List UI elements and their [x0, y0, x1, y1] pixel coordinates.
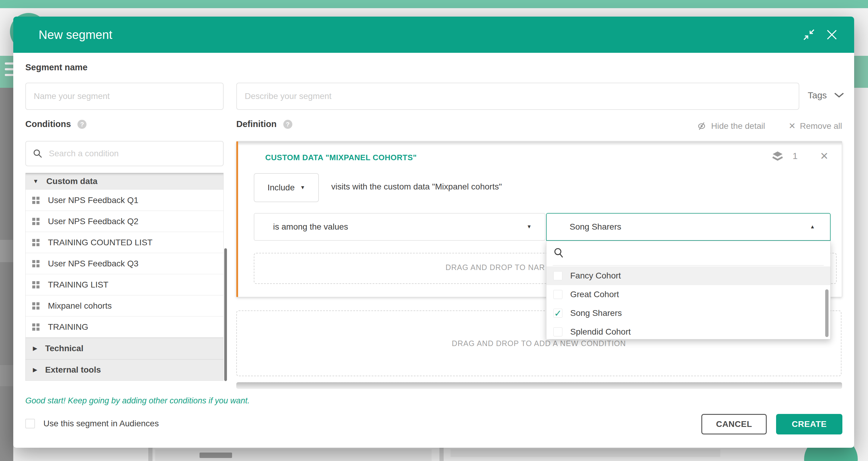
remove-all-label: Remove all — [800, 121, 842, 131]
condition-card-title: CUSTOM DATA "MIXPANEL COHORTS" — [265, 153, 417, 162]
caret-down-icon: ▼ — [300, 185, 305, 191]
background-card-tab — [199, 453, 232, 458]
conditions-list: ▼ Custom data User NPS Feedback Q1 User … — [25, 173, 224, 381]
drag-handle-icon — [32, 302, 39, 310]
horizontal-scrollbar[interactable] — [236, 382, 842, 389]
triangle-collapsed-icon: ▶ — [33, 366, 37, 373]
page-top-strip — [0, 0, 868, 8]
condition-search-box[interactable] — [25, 141, 224, 166]
remove-condition-icon[interactable]: ✕ — [820, 150, 829, 162]
cohort-value-dropdown[interactable]: Song Sharers ▲ — [546, 213, 831, 241]
checkbox-unchecked[interactable] — [553, 271, 562, 280]
modal-header: New segment — [13, 17, 854, 53]
condition-group-external-tools[interactable]: ▶ External tools — [26, 359, 223, 380]
checkbox-checked[interactable]: ✓ — [553, 309, 562, 318]
checkbox-unchecked[interactable] — [553, 327, 562, 337]
drag-handle-icon — [32, 260, 39, 267]
condition-search-input[interactable] — [49, 149, 216, 159]
condition-item[interactable]: TRAINING LIST — [26, 274, 223, 295]
collapse-modal-icon[interactable] — [802, 28, 815, 41]
divider — [553, 265, 824, 265]
search-icon — [553, 247, 564, 259]
triangle-collapsed-icon: ▶ — [33, 345, 37, 352]
audiences-checkbox-label: Use this segment in Audiences — [43, 419, 159, 428]
background-card-header — [155, 449, 432, 461]
background-card-header — [451, 449, 720, 457]
tags-dropdown[interactable]: Tags — [808, 90, 844, 100]
condition-group-custom-data[interactable]: ▼ Custom data — [26, 173, 223, 190]
layers-icon — [772, 150, 784, 162]
dropzone-hint: DRAG AND DROP TO ADD A NEW CONDITION — [452, 339, 626, 348]
progress-hint: Good start! Keep going by adding other c… — [25, 396, 250, 405]
remove-all-x-icon: ✕ — [788, 121, 795, 131]
close-modal-icon[interactable] — [825, 28, 838, 41]
background-sidebar-item — [0, 365, 13, 386]
condition-item[interactable]: TRAINING COUNTED LIST — [26, 232, 223, 253]
new-segment-modal: New segment Segment name Tags Conditions… — [13, 17, 854, 448]
conditions-help-icon[interactable]: ? — [78, 120, 87, 129]
definition-label: Definition — [236, 119, 277, 129]
hide-detail-button[interactable]: Hide the detail — [696, 121, 765, 131]
triangle-expanded-icon: ▼ — [33, 178, 38, 185]
drag-handle-icon — [32, 281, 39, 288]
caret-up-icon: ▲ — [810, 224, 815, 230]
audiences-checkbox[interactable] — [25, 419, 35, 428]
cohort-dropdown-panel: Fancy Cohort Great Cohort ✓ Song Sharers… — [546, 241, 831, 339]
cohort-option[interactable]: Great Cohort — [547, 285, 830, 304]
condition-item[interactable]: User NPS Feedback Q3 — [26, 253, 223, 274]
segment-name-label: Segment name — [25, 62, 87, 73]
checkbox-unchecked[interactable] — [553, 290, 562, 299]
dropzone-hint: DRAG AND DROP TO NAR — [445, 263, 545, 272]
eye-slash-icon — [696, 122, 707, 131]
cohort-option[interactable]: Fancy Cohort — [547, 266, 830, 285]
drag-handle-icon — [32, 218, 39, 225]
segment-name-input[interactable] — [25, 83, 224, 110]
definition-help-icon[interactable]: ? — [283, 120, 292, 129]
background-sidebar-item — [0, 240, 13, 262]
cohort-option[interactable]: ✓ Song Sharers — [547, 304, 830, 322]
remove-all-button[interactable]: ✕ Remove all — [788, 121, 842, 131]
cancel-button[interactable]: CANCEL — [701, 414, 767, 434]
layer-count: 1 — [793, 151, 798, 161]
background-sidebar — [0, 88, 13, 461]
operator-dropdown[interactable]: is among the values ▼ — [254, 213, 546, 241]
drag-handle-icon — [32, 323, 39, 331]
condition-item[interactable]: User NPS Feedback Q1 — [26, 190, 223, 211]
conditions-label: Conditions — [25, 119, 71, 129]
background-divider — [439, 448, 444, 461]
create-button[interactable]: CREATE — [776, 414, 842, 434]
condition-card: CUSTOM DATA "MIXPANEL COHORTS" 1 ✕ Inclu… — [236, 141, 842, 297]
condition-description: visits with the custom data "Mixpanel co… — [331, 182, 502, 192]
modal-title: New segment — [38, 28, 113, 41]
tags-label: Tags — [808, 90, 827, 100]
condition-item[interactable]: User NPS Feedback Q2 — [26, 211, 223, 232]
cohort-option[interactable]: Splendid Cohort — [547, 322, 830, 339]
condition-item[interactable]: TRAINING — [26, 316, 223, 338]
background-divider — [148, 448, 153, 461]
drag-handle-icon — [32, 197, 39, 204]
drag-handle-icon — [32, 239, 39, 246]
condition-item[interactable]: Mixpanel cohorts — [26, 295, 223, 316]
conditions-scrollbar[interactable] — [224, 248, 227, 381]
caret-down-icon: ▼ — [527, 224, 532, 230]
chevron-down-icon — [834, 92, 844, 98]
search-icon — [33, 148, 43, 159]
hide-detail-label: Hide the detail — [711, 121, 765, 131]
segment-description-input[interactable] — [236, 83, 799, 110]
dropdown-scrollbar[interactable] — [825, 289, 829, 337]
condition-group-technical[interactable]: ▶ Technical — [26, 338, 223, 359]
include-dropdown[interactable]: Include ▼ — [254, 173, 319, 202]
